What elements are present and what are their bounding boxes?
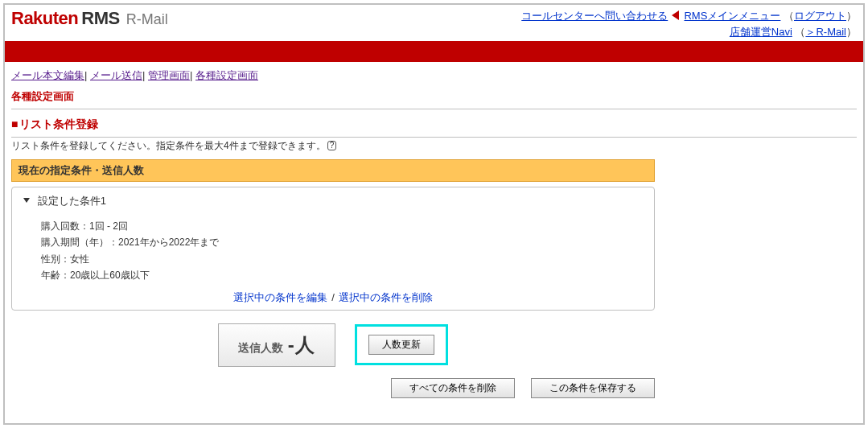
nav-mail-send[interactable]: メール送信 <box>90 69 142 81</box>
condition-row: 購入回数：1回 - 2回 <box>41 218 646 234</box>
logo-brand: Rakuten <box>11 8 78 29</box>
condition-row: 年齢：20歳以上60歳以下 <box>41 267 646 283</box>
app-frame: Rakuten RMS R-Mail コールセンターへ問い合わせる RMSメイン… <box>3 3 865 425</box>
link-main-menu[interactable]: RMSメインメニュー <box>684 10 780 22</box>
link-shop-navi[interactable]: 店舗運営Navi <box>730 26 792 38</box>
delete-all-button[interactable]: すべての条件を削除 <box>391 378 515 398</box>
current-conditions-bar: 現在の指定条件・送信人数 <box>11 159 655 182</box>
page-title: 各種設定画面 <box>5 86 863 109</box>
save-conditions-button[interactable]: この条件を保存する <box>531 378 655 398</box>
breadcrumb: メール本文編集| メール送信| 管理画面| 各種設定画面 <box>5 62 863 86</box>
logo: Rakuten RMS R-Mail <box>11 8 168 29</box>
link-rmail[interactable]: ＞R-Mail <box>805 26 846 38</box>
send-count-label: 送信人数 <box>238 341 283 354</box>
bottom-actions: すべての条件を削除 この条件を保存する <box>11 373 655 398</box>
logo-sub: R-Mail <box>126 11 168 28</box>
count-row: 送信人数 -人 人数更新 <box>11 311 655 373</box>
content: 現在の指定条件・送信人数 設定した条件1 購入回数：1回 - 2回 購入期間（年… <box>11 159 655 398</box>
section-title: ■リスト条件登録 <box>5 109 863 137</box>
header-links: コールセンターへ問い合わせる RMSメインメニュー （ログアウト） 店舗運営Na… <box>521 8 857 39</box>
nav-admin[interactable]: 管理画面 <box>148 69 190 81</box>
nav-mail-body-edit[interactable]: メール本文編集 <box>11 69 84 81</box>
instruction: リスト条件を登録してください。指定条件を最大4件まで登録できます。? <box>5 138 863 159</box>
link-logout[interactable]: ログアウト <box>794 10 846 22</box>
link-edit-condition[interactable]: 選択中の条件を編集 <box>233 291 327 303</box>
red-bar <box>5 41 863 62</box>
send-count-value: -人 <box>288 334 315 356</box>
play-icon <box>672 10 679 20</box>
header: Rakuten RMS R-Mail コールセンターへ問い合わせる RMSメイン… <box>5 5 863 41</box>
update-count-button[interactable]: 人数更新 <box>368 335 434 355</box>
section-title-text: リスト条件登録 <box>19 117 98 130</box>
link-delete-condition[interactable]: 選択中の条件を削除 <box>339 291 433 303</box>
condition-links: 選択中の条件を編集 / 選択中の条件を削除 <box>12 287 654 305</box>
nav-settings[interactable]: 各種設定画面 <box>195 69 258 81</box>
send-count-box: 送信人数 -人 <box>218 323 335 367</box>
link-call-center[interactable]: コールセンターへ問い合わせる <box>521 10 668 22</box>
logo-rms: RMS <box>81 8 119 29</box>
caret-down-icon <box>23 198 30 203</box>
update-highlight: 人数更新 <box>355 324 448 365</box>
condition-row: 性別：女性 <box>41 251 646 267</box>
condition-box: 設定した条件1 購入回数：1回 - 2回 購入期間（年）：2021年から2022… <box>11 187 655 311</box>
condition-row: 購入期間（年）：2021年から2022年まで <box>41 234 646 250</box>
help-icon[interactable]: ? <box>327 141 337 150</box>
condition-head[interactable]: 設定した条件1 <box>12 187 654 212</box>
condition-body: 購入回数：1回 - 2回 購入期間（年）：2021年から2022年まで 性別：女… <box>12 212 654 287</box>
condition-title: 設定した条件1 <box>38 195 106 207</box>
